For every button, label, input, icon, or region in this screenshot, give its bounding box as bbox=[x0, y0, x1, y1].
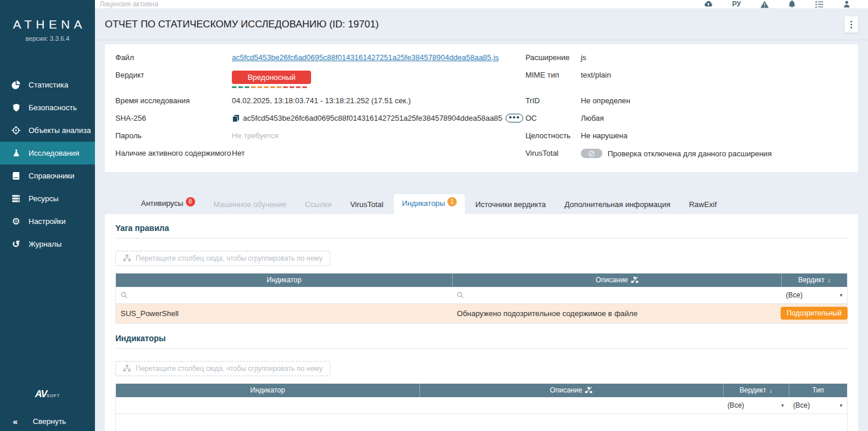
sidebar-item-statistics[interactable]: Статистика bbox=[0, 73, 95, 96]
column-label: Описание bbox=[550, 386, 582, 394]
cloud-upload-icon[interactable] bbox=[704, 1, 713, 8]
file-info-card: Файл ac5fcd5453be26fc6ad0695c88f01431614… bbox=[105, 44, 858, 172]
yara-group-drop-zone[interactable]: Перетащите столбец сюда, чтобы сгруппиро… bbox=[115, 251, 330, 266]
dropdown-value: (Все) bbox=[793, 401, 810, 409]
verdict-filter-dropdown[interactable]: (Все) ▾ bbox=[728, 401, 784, 409]
verdict-filter-dropdown[interactable]: (Все) ▾ bbox=[786, 291, 842, 299]
indicators-group-drop-zone[interactable]: Перетащите столбец сюда, чтобы сгруппиро… bbox=[115, 361, 330, 376]
indicators-col-type[interactable]: Тип bbox=[789, 384, 847, 397]
tab-label: Источники вердикта bbox=[475, 200, 546, 209]
column-label: Тип bbox=[812, 386, 824, 394]
flask-icon bbox=[11, 149, 21, 157]
page-header: ОТЧЕТ ПО СТАТИЧЕСКОМУ ИССЛЕДОВАНИЮ (ID: … bbox=[95, 9, 868, 40]
tab-virustotal[interactable]: VirusTotal bbox=[342, 195, 391, 214]
tab-verdict-sources[interactable]: Источники вердикта bbox=[467, 195, 554, 214]
column-label: Вердикт bbox=[798, 276, 825, 284]
tab-additional-info[interactable]: Дополнительная информация bbox=[556, 195, 679, 214]
mime-row: MIME тип text/plain bbox=[525, 71, 848, 94]
virustotal-label: VirusTotal bbox=[525, 149, 581, 157]
sidebar-footer: AVSOFT « Свернуть bbox=[0, 388, 95, 431]
verdict-row: Вердикт Вредоносный bbox=[115, 71, 525, 94]
tasks-checklist-icon[interactable] bbox=[815, 1, 824, 8]
verdict-label: Вердикт bbox=[115, 71, 232, 79]
bell-icon[interactable] bbox=[788, 0, 796, 8]
indicators-filter-verdict[interactable]: (Все) ▾ bbox=[723, 397, 789, 414]
os-value: Любая bbox=[581, 114, 604, 122]
analysis-time-row: Время исследования 04.02.2025, 13:18:03.… bbox=[115, 96, 525, 111]
history-icon: ↺ bbox=[11, 240, 21, 249]
yara-col-indicator[interactable]: Индикатор bbox=[116, 274, 452, 287]
sidebar-item-settings[interactable]: ⚙ Настройки bbox=[0, 210, 95, 233]
copy-icon[interactable] bbox=[232, 114, 239, 122]
yara-table-header: Индикатор Описание Вердикт ↓ bbox=[116, 274, 847, 287]
password-value: Не требуется bbox=[232, 131, 278, 140]
sha256-row: SHA-256 ac5fcd5453be26fc6ad0695c88f01431… bbox=[115, 114, 525, 129]
tab-label: VirusTotal bbox=[350, 200, 383, 209]
suspicious-badge[interactable]: Подозрительный bbox=[781, 307, 847, 320]
indicators-filter-type[interactable]: (Все) ▾ bbox=[789, 397, 847, 414]
tab-label: Индикаторы bbox=[402, 199, 445, 208]
file-link[interactable]: ac5fcd5453be26fc6ad0695c88f0143161427251… bbox=[232, 53, 499, 62]
topbar-icons: РУ bbox=[704, 0, 851, 8]
yara-table-row[interactable]: SUS_PowerShell Обнаружено подозрительное… bbox=[116, 304, 847, 323]
tab-links[interactable]: Ссылки bbox=[297, 195, 340, 214]
yara-row-description: Обнаружено подозрительное содержимое в ф… bbox=[452, 304, 781, 323]
yara-filter-row: (Все) ▾ bbox=[116, 287, 847, 304]
warning-icon[interactable] bbox=[760, 1, 769, 8]
sidebar-item-directories[interactable]: Справочники bbox=[0, 164, 95, 187]
sidebar-item-resources[interactable]: Ресурсы bbox=[0, 187, 95, 210]
tab-antiviruses[interactable]: Антивирусы8 bbox=[133, 194, 203, 214]
file-row: Файл ac5fcd5453be26fc6ad0695c88f01431614… bbox=[115, 53, 525, 68]
yara-col-verdict[interactable]: Вердикт ↓ bbox=[781, 274, 847, 287]
tab-badge: 1 bbox=[447, 197, 457, 206]
sidebar-item-label: Безопасность bbox=[29, 103, 77, 112]
verdict-scale bbox=[232, 86, 311, 88]
verdict-badge[interactable]: Вредоносный bbox=[232, 71, 311, 84]
tab-label: Дополнительная информация bbox=[564, 200, 671, 209]
sidebar-item-label: Справочники bbox=[29, 171, 75, 180]
type-filter-dropdown[interactable]: (Все) ▾ bbox=[793, 401, 842, 409]
yara-filter-verdict[interactable]: (Все) ▾ bbox=[781, 287, 847, 303]
chevron-down-icon: ▾ bbox=[839, 402, 842, 408]
password-row: Пароль Не требуется bbox=[115, 131, 525, 146]
password-label: Пароль bbox=[115, 131, 232, 140]
tab-machine-learning[interactable]: Машинное обучение bbox=[206, 195, 295, 214]
collapse-sidebar-button[interactable]: « Свернуть bbox=[0, 413, 95, 431]
ungroup-icon bbox=[631, 276, 638, 283]
double-chevron-left-icon: « bbox=[13, 416, 17, 426]
indicators-table: Индикатор Описание Вердикт ↓ Тип bbox=[115, 383, 848, 431]
indicators-col-indicator[interactable]: Индикатор bbox=[116, 384, 419, 397]
sidebar: ATHENA версия: 3.3.6.4 Статистика Безопа… bbox=[0, 0, 95, 431]
indicators-filter-indicator[interactable] bbox=[116, 397, 419, 414]
sidebar-item-analysis-objects[interactable]: Объекты анализа bbox=[0, 119, 95, 142]
yara-section-title: Yara правила bbox=[115, 223, 848, 239]
indicators-col-verdict[interactable]: Вердикт ↓ bbox=[723, 384, 789, 397]
sidebar-item-label: Исследования bbox=[29, 149, 79, 157]
yara-filter-description[interactable] bbox=[452, 287, 781, 303]
chevron-down-icon: ▾ bbox=[839, 292, 842, 298]
ungroup-icon bbox=[585, 387, 592, 394]
file-info-right-column: Расширение js MIME тип text/plain TrID Н… bbox=[525, 53, 848, 166]
gear-icon: ⚙ bbox=[11, 217, 21, 226]
tab-rawexif[interactable]: RawExif bbox=[681, 195, 725, 214]
indicators-col-description[interactable]: Описание bbox=[419, 384, 723, 397]
search-icon bbox=[457, 292, 464, 299]
prohibition-icon[interactable] bbox=[581, 149, 602, 158]
analysis-time-label: Время исследования bbox=[115, 96, 232, 105]
file-info-left-column: Файл ac5fcd5453be26fc6ad0695c88f01431614… bbox=[115, 53, 525, 166]
logo-block: ATHENA версия: 3.3.6.4 bbox=[0, 0, 95, 48]
kebab-menu-button[interactable]: ⋮ bbox=[845, 16, 858, 33]
more-hashes-button[interactable]: ●●● bbox=[506, 114, 523, 122]
sidebar-item-journals[interactable]: ↺ Журналы bbox=[0, 233, 95, 255]
athena-logo: ATHENA bbox=[0, 17, 95, 31]
language-switcher[interactable]: РУ bbox=[732, 0, 741, 8]
sidebar-item-investigations[interactable]: Исследования bbox=[0, 142, 95, 164]
user-icon[interactable] bbox=[843, 0, 851, 8]
sidebar-item-security[interactable]: Безопасность bbox=[0, 96, 95, 119]
sidebar-item-label: Настройки bbox=[29, 217, 66, 226]
tab-indicators[interactable]: Индикаторы1 bbox=[394, 194, 465, 214]
sort-descending-icon: ↓ bbox=[769, 387, 772, 394]
yara-filter-indicator[interactable] bbox=[116, 287, 452, 303]
indicators-filter-description[interactable] bbox=[419, 397, 723, 414]
yara-col-description[interactable]: Описание bbox=[452, 274, 781, 287]
